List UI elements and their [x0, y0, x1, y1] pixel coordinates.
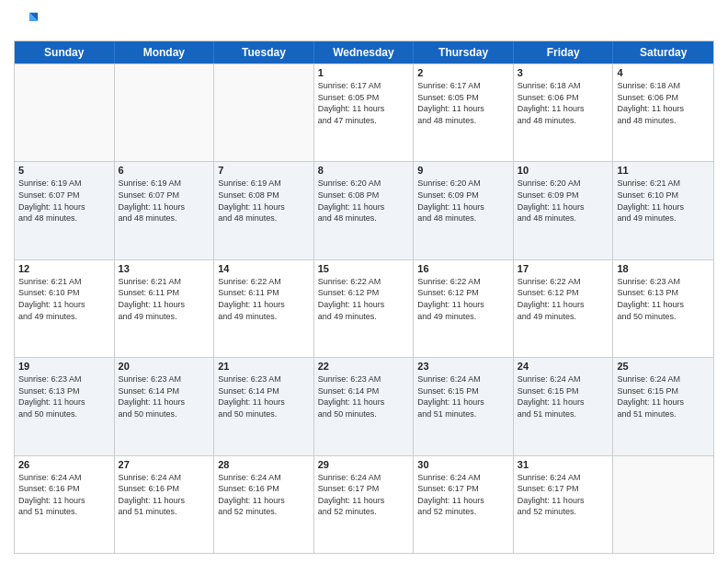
calendar-week: 5Sunrise: 6:19 AM Sunset: 6:07 PM Daylig… — [15, 161, 713, 259]
day-number: 1 — [318, 67, 410, 78]
day-number: 12 — [18, 263, 110, 274]
day-info: Sunrise: 6:21 AM Sunset: 6:10 PM Dayligh… — [617, 178, 710, 224]
day-number: 29 — [318, 459, 410, 470]
page: SundayMondayTuesdayWednesdayThursdayFrid… — [0, 0, 728, 563]
calendar-week: 1Sunrise: 6:17 AM Sunset: 6:05 PM Daylig… — [15, 63, 713, 161]
day-number: 7 — [218, 165, 310, 176]
day-info: Sunrise: 6:24 AM Sunset: 6:16 PM Dayligh… — [119, 472, 210, 518]
calendar-cell: 25Sunrise: 6:24 AM Sunset: 6:15 PM Dayli… — [613, 358, 713, 454]
day-info: Sunrise: 6:22 AM Sunset: 6:11 PM Dayligh… — [218, 276, 310, 322]
day-info: Sunrise: 6:22 AM Sunset: 6:12 PM Dayligh… — [417, 276, 509, 322]
calendar-cell: 27Sunrise: 6:24 AM Sunset: 6:16 PM Dayli… — [115, 456, 215, 553]
calendar-week: 12Sunrise: 6:21 AM Sunset: 6:10 PM Dayli… — [15, 259, 713, 357]
day-info: Sunrise: 6:20 AM Sunset: 6:08 PM Dayligh… — [318, 178, 410, 224]
calendar-cell: 14Sunrise: 6:22 AM Sunset: 6:11 PM Dayli… — [214, 260, 314, 357]
day-number: 18 — [617, 263, 710, 274]
calendar-cell — [115, 64, 215, 161]
day-number: 20 — [119, 361, 210, 372]
calendar-cell: 12Sunrise: 6:21 AM Sunset: 6:10 PM Dayli… — [15, 260, 115, 357]
calendar-cell: 8Sunrise: 6:20 AM Sunset: 6:08 PM Daylig… — [314, 162, 415, 259]
calendar-header-cell: Friday — [514, 41, 614, 63]
calendar-cell: 13Sunrise: 6:21 AM Sunset: 6:11 PM Dayli… — [115, 260, 215, 357]
day-info: Sunrise: 6:17 AM Sunset: 6:05 PM Dayligh… — [318, 80, 410, 126]
day-number: 2 — [417, 67, 509, 78]
day-number: 9 — [417, 165, 509, 176]
day-info: Sunrise: 6:24 AM Sunset: 6:15 PM Dayligh… — [417, 373, 509, 419]
day-info: Sunrise: 6:24 AM Sunset: 6:16 PM Dayligh… — [18, 472, 110, 518]
calendar-week: 19Sunrise: 6:23 AM Sunset: 6:13 PM Dayli… — [15, 357, 713, 454]
day-info: Sunrise: 6:18 AM Sunset: 6:06 PM Dayligh… — [518, 80, 609, 126]
day-info: Sunrise: 6:24 AM Sunset: 6:15 PM Dayligh… — [617, 373, 710, 419]
day-number: 15 — [318, 263, 410, 274]
calendar-cell: 31Sunrise: 6:24 AM Sunset: 6:17 PM Dayli… — [514, 456, 614, 553]
calendar-cell: 1Sunrise: 6:17 AM Sunset: 6:05 PM Daylig… — [314, 64, 415, 161]
day-info: Sunrise: 6:19 AM Sunset: 6:07 PM Dayligh… — [119, 178, 210, 224]
day-number: 25 — [617, 361, 710, 372]
calendar-cell — [15, 64, 115, 161]
day-info: Sunrise: 6:19 AM Sunset: 6:07 PM Dayligh… — [18, 178, 110, 224]
day-info: Sunrise: 6:24 AM Sunset: 6:17 PM Dayligh… — [417, 472, 509, 518]
calendar-header-cell: Saturday — [613, 41, 713, 63]
calendar-header-cell: Sunday — [15, 41, 115, 63]
day-number: 3 — [518, 67, 609, 78]
day-info: Sunrise: 6:17 AM Sunset: 6:05 PM Dayligh… — [417, 80, 509, 126]
calendar-header-cell: Thursday — [414, 41, 514, 63]
day-info: Sunrise: 6:22 AM Sunset: 6:12 PM Dayligh… — [518, 276, 609, 322]
calendar-cell: 18Sunrise: 6:23 AM Sunset: 6:13 PM Dayli… — [613, 260, 713, 357]
day-info: Sunrise: 6:24 AM Sunset: 6:15 PM Dayligh… — [518, 373, 609, 419]
calendar-header-cell: Wednesday — [314, 41, 415, 63]
calendar-cell: 28Sunrise: 6:24 AM Sunset: 6:16 PM Dayli… — [214, 456, 314, 553]
day-number: 13 — [119, 263, 210, 274]
calendar-cell: 22Sunrise: 6:23 AM Sunset: 6:14 PM Dayli… — [314, 358, 415, 454]
calendar-cell: 17Sunrise: 6:22 AM Sunset: 6:12 PM Dayli… — [514, 260, 614, 357]
calendar-header-cell: Tuesday — [214, 41, 314, 63]
day-info: Sunrise: 6:24 AM Sunset: 6:16 PM Dayligh… — [218, 472, 310, 518]
day-info: Sunrise: 6:24 AM Sunset: 6:17 PM Dayligh… — [318, 472, 410, 518]
day-info: Sunrise: 6:23 AM Sunset: 6:13 PM Dayligh… — [18, 373, 110, 419]
calendar-cell: 11Sunrise: 6:21 AM Sunset: 6:10 PM Dayli… — [613, 162, 713, 259]
calendar-cell: 19Sunrise: 6:23 AM Sunset: 6:13 PM Dayli… — [15, 358, 115, 454]
day-info: Sunrise: 6:23 AM Sunset: 6:14 PM Dayligh… — [119, 373, 210, 419]
header — [14, 9, 714, 35]
calendar-body: 1Sunrise: 6:17 AM Sunset: 6:05 PM Daylig… — [15, 63, 713, 553]
calendar-cell: 15Sunrise: 6:22 AM Sunset: 6:12 PM Dayli… — [314, 260, 415, 357]
calendar-cell: 26Sunrise: 6:24 AM Sunset: 6:16 PM Dayli… — [15, 456, 115, 553]
calendar-cell: 24Sunrise: 6:24 AM Sunset: 6:15 PM Dayli… — [514, 358, 614, 454]
calendar: SundayMondayTuesdayWednesdayThursdayFrid… — [14, 40, 714, 554]
day-info: Sunrise: 6:23 AM Sunset: 6:13 PM Dayligh… — [617, 276, 710, 322]
day-number: 27 — [119, 459, 210, 470]
calendar-cell: 20Sunrise: 6:23 AM Sunset: 6:14 PM Dayli… — [115, 358, 215, 454]
day-number: 8 — [318, 165, 410, 176]
day-info: Sunrise: 6:18 AM Sunset: 6:06 PM Dayligh… — [617, 80, 710, 126]
calendar-cell: 30Sunrise: 6:24 AM Sunset: 6:17 PM Dayli… — [414, 456, 514, 553]
day-info: Sunrise: 6:23 AM Sunset: 6:14 PM Dayligh… — [218, 373, 310, 419]
day-number: 24 — [518, 361, 609, 372]
calendar-cell — [214, 64, 314, 161]
day-info: Sunrise: 6:24 AM Sunset: 6:17 PM Dayligh… — [518, 472, 609, 518]
calendar-cell: 29Sunrise: 6:24 AM Sunset: 6:17 PM Dayli… — [314, 456, 415, 553]
day-number: 26 — [18, 459, 110, 470]
calendar-header: SundayMondayTuesdayWednesdayThursdayFrid… — [15, 41, 713, 63]
calendar-cell: 3Sunrise: 6:18 AM Sunset: 6:06 PM Daylig… — [514, 64, 614, 161]
day-info: Sunrise: 6:21 AM Sunset: 6:10 PM Dayligh… — [18, 276, 110, 322]
day-number: 10 — [518, 165, 609, 176]
day-number: 4 — [617, 67, 710, 78]
day-info: Sunrise: 6:19 AM Sunset: 6:08 PM Dayligh… — [218, 178, 310, 224]
calendar-cell: 7Sunrise: 6:19 AM Sunset: 6:08 PM Daylig… — [214, 162, 314, 259]
calendar-cell: 23Sunrise: 6:24 AM Sunset: 6:15 PM Dayli… — [414, 358, 514, 454]
day-info: Sunrise: 6:23 AM Sunset: 6:14 PM Dayligh… — [318, 373, 410, 419]
day-number: 6 — [119, 165, 210, 176]
day-number: 17 — [518, 263, 609, 274]
day-number: 22 — [318, 361, 410, 372]
day-number: 30 — [417, 459, 509, 470]
day-info: Sunrise: 6:20 AM Sunset: 6:09 PM Dayligh… — [518, 178, 609, 224]
calendar-header-cell: Monday — [115, 41, 215, 63]
day-info: Sunrise: 6:20 AM Sunset: 6:09 PM Dayligh… — [417, 178, 509, 224]
calendar-cell: 5Sunrise: 6:19 AM Sunset: 6:07 PM Daylig… — [15, 162, 115, 259]
calendar-cell: 4Sunrise: 6:18 AM Sunset: 6:06 PM Daylig… — [613, 64, 713, 161]
day-info: Sunrise: 6:21 AM Sunset: 6:11 PM Dayligh… — [119, 276, 210, 322]
calendar-cell: 9Sunrise: 6:20 AM Sunset: 6:09 PM Daylig… — [414, 162, 514, 259]
day-number: 14 — [218, 263, 310, 274]
calendar-week: 26Sunrise: 6:24 AM Sunset: 6:16 PM Dayli… — [15, 455, 713, 553]
day-number: 23 — [417, 361, 509, 372]
